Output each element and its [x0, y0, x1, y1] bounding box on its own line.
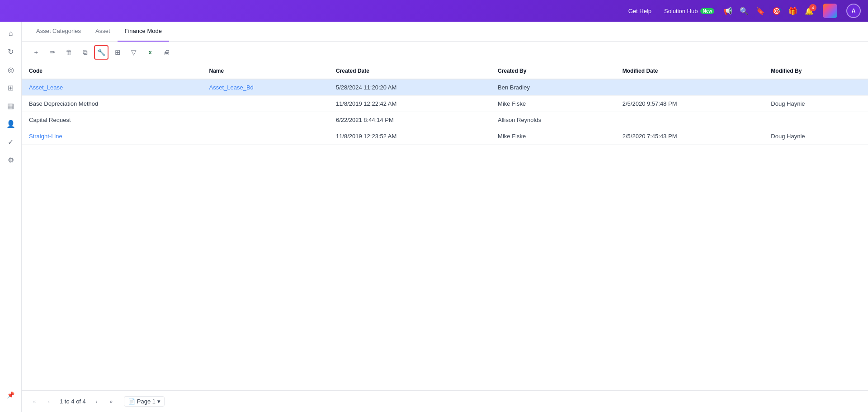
col-name: Name	[202, 63, 329, 79]
sidebar-item-settings[interactable]: ⚙	[3, 152, 19, 168]
cell-code-1: Base Depreciation Method	[22, 96, 202, 112]
add-button[interactable]: +	[29, 45, 43, 60]
filter-button[interactable]: ▽	[127, 45, 141, 60]
solution-hub-label: Solution Hub	[664, 8, 698, 14]
sidebar-item-home[interactable]: ⌂	[3, 25, 19, 42]
cell-modified-date-3: 2/5/2020 7:45:43 PM	[615, 128, 764, 145]
configure-icon: 🔧	[97, 48, 106, 56]
header-icons: 📢 🔍 🔖 🎯 🎁 🔔 4	[723, 7, 814, 15]
main-layout: ⌂ ↻ ◎ ⊞ ▦ 👤 ✓ ⚙ 📌 Asset Categories Asset…	[0, 22, 868, 412]
sidebar-item-target[interactable]: ◎	[3, 61, 19, 78]
sidebar-item-grid[interactable]: ⊞	[3, 80, 19, 96]
col-modified-by: Modified By	[764, 63, 868, 79]
page-dropdown-icon: ▾	[157, 398, 160, 405]
help-button[interactable]: Get Help	[625, 6, 655, 16]
configure-button[interactable]: 🔧	[94, 45, 108, 60]
cell-name-1	[202, 96, 329, 112]
gift-icon[interactable]: 🎁	[788, 7, 797, 15]
new-badge: New	[700, 8, 714, 14]
solution-hub-button[interactable]: Solution Hub New	[664, 8, 714, 14]
logo-area	[823, 4, 837, 18]
page-label: Page 1	[137, 398, 156, 405]
cell-created-date-1: 11/8/2019 12:22:42 AM	[329, 96, 491, 112]
search-icon[interactable]: 🔍	[740, 7, 749, 15]
sidebar-item-chart[interactable]: ▦	[3, 98, 19, 114]
table-row[interactable]: Straight-Line 11/8/2019 12:23:52 AM Mike…	[22, 128, 868, 145]
cell-modified-by-1: Doug Haynie	[764, 96, 868, 112]
sidebar-item-check[interactable]: ✓	[3, 134, 19, 150]
copy-icon: ⧉	[83, 48, 88, 56]
cell-created-date-3: 11/8/2019 12:23:52 AM	[329, 128, 491, 145]
cell-code-3[interactable]: Straight-Line	[22, 128, 202, 145]
first-page-button[interactable]: «	[29, 396, 40, 407]
add-icon: +	[34, 48, 38, 56]
excel-export-button[interactable]: x	[143, 45, 157, 60]
cell-created-by-3: Mike Fiske	[491, 128, 615, 145]
grid-view-icon: ⊞	[115, 48, 121, 56]
col-created-by: Created By	[491, 63, 615, 79]
finance-mode-table: Code Name Created Date Created By Modifi…	[22, 63, 868, 145]
print-icon: 🖨	[163, 48, 170, 56]
filter-icon: ▽	[131, 48, 137, 56]
table-header-row: Code Name Created Date Created By Modifi…	[22, 63, 868, 79]
cell-created-date-2: 6/22/2021 8:44:14 PM	[329, 112, 491, 128]
cell-created-by-2: Allison Reynolds	[491, 112, 615, 128]
col-created-date: Created Date	[329, 63, 491, 79]
excel-icon: x	[148, 49, 151, 56]
tab-finance-mode[interactable]: Finance Mode	[118, 22, 169, 42]
cell-name-2	[202, 112, 329, 128]
copy-button[interactable]: ⧉	[78, 45, 92, 60]
table-row[interactable]: Capital Request 6/22/2021 8:44:14 PM All…	[22, 112, 868, 128]
cell-modified-date-2	[615, 112, 764, 128]
notification-icon[interactable]: 🔔 4	[805, 7, 814, 15]
sidebar-item-refresh[interactable]: ↻	[3, 43, 19, 60]
cell-modified-date-0	[615, 79, 764, 96]
table-row[interactable]: Asset_Lease Asset_Lease_Bd 5/28/2024 11:…	[22, 79, 868, 96]
announcement-icon[interactable]: 📢	[723, 7, 732, 15]
pagination-bar: « ‹ 1 to 4 of 4 › » 📄 Page 1 ▾	[22, 390, 868, 412]
delete-icon: 🗑	[66, 48, 72, 56]
cell-modified-by-2	[764, 112, 868, 128]
cell-modified-by-0	[764, 79, 868, 96]
delete-button[interactable]: 🗑	[61, 45, 76, 60]
cell-name-3	[202, 128, 329, 145]
sidebar-item-person[interactable]: 👤	[3, 116, 19, 132]
edit-icon: ✏	[50, 48, 56, 56]
table-row[interactable]: Base Depreciation Method 11/8/2019 12:22…	[22, 96, 868, 112]
bookmark-icon[interactable]: 🔖	[756, 7, 765, 15]
prev-page-button[interactable]: ‹	[43, 396, 54, 407]
print-button[interactable]: 🖨	[159, 45, 174, 60]
cell-created-date-0: 5/28/2024 11:20:20 AM	[329, 79, 491, 96]
content-area: Asset Categories Asset Finance Mode + ✏ …	[22, 22, 868, 412]
toolbar: + ✏ 🗑 ⧉ 🔧 ⊞ ▽ x 🖨	[22, 42, 868, 63]
tab-asset-categories[interactable]: Asset Categories	[29, 22, 88, 42]
cell-modified-date-1: 2/5/2020 9:57:48 PM	[615, 96, 764, 112]
sidebar: ⌂ ↻ ◎ ⊞ ▦ 👤 ✓ ⚙ 📌	[0, 22, 22, 412]
tab-asset[interactable]: Asset	[88, 22, 118, 42]
notification-badge: 4	[809, 4, 816, 11]
user-avatar[interactable]: A	[846, 4, 861, 18]
page-icon: 📄	[128, 398, 135, 405]
cell-code-0[interactable]: Asset_Lease	[22, 79, 202, 96]
page-selector[interactable]: 📄 Page 1 ▾	[124, 396, 165, 407]
table-container: Code Name Created Date Created By Modifi…	[22, 63, 868, 390]
cell-code-2: Capital Request	[22, 112, 202, 128]
col-modified-date: Modified Date	[615, 63, 764, 79]
col-code: Code	[22, 63, 202, 79]
cell-created-by-0: Ben Bradley	[491, 79, 615, 96]
cell-modified-by-3: Doug Haynie	[764, 128, 868, 145]
next-page-button[interactable]: ›	[91, 396, 102, 407]
cell-created-by-1: Mike Fiske	[491, 96, 615, 112]
sidebar-item-pin[interactable]: 📌	[3, 387, 19, 403]
top-header: Get Help Solution Hub New 📢 🔍 🔖 🎯 🎁 🔔 4 …	[0, 0, 868, 22]
pagination-info: 1 to 4 of 4	[60, 398, 86, 405]
edit-button[interactable]: ✏	[45, 45, 60, 60]
last-page-button[interactable]: »	[106, 396, 117, 407]
target-icon[interactable]: 🎯	[772, 7, 781, 15]
app-logo[interactable]	[823, 4, 837, 18]
cell-name-0[interactable]: Asset_Lease_Bd	[202, 79, 329, 96]
grid-view-button[interactable]: ⊞	[110, 45, 125, 60]
tab-bar: Asset Categories Asset Finance Mode	[22, 22, 868, 42]
